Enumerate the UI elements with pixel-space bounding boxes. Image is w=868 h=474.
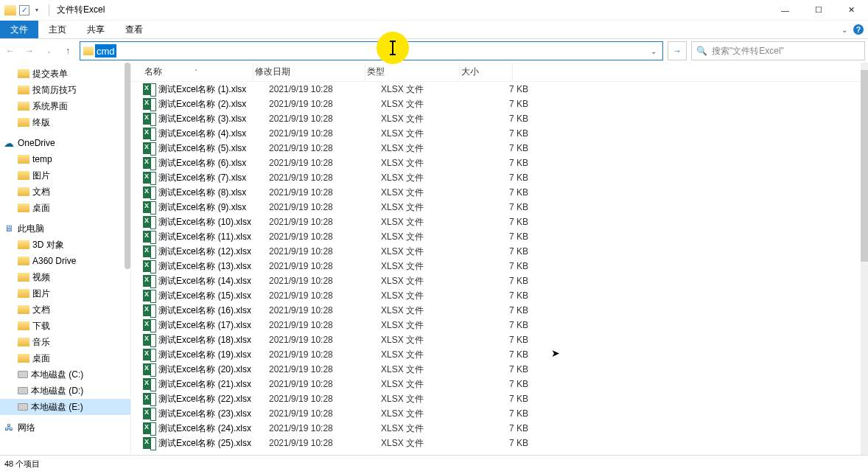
file-row[interactable]: 测试Excel名称 (9).xlsx2021/9/19 10:28XLSX 文件…: [131, 200, 868, 215]
file-row[interactable]: 测试Excel名称 (12).xlsx2021/9/19 10:28XLSX 文…: [131, 244, 868, 259]
file-row[interactable]: 测试Excel名称 (16).xlsx2021/9/19 10:28XLSX 文…: [131, 303, 868, 318]
column-date[interactable]: 修改日期: [253, 63, 365, 81]
go-button[interactable]: →: [668, 41, 687, 60]
sidebar-item[interactable]: 本地磁盘 (E:): [0, 399, 130, 415]
ribbon-collapse-icon[interactable]: ⌄: [837, 26, 852, 34]
file-name: 测试Excel名称 (18).xlsx: [158, 334, 269, 346]
file-row[interactable]: 测试Excel名称 (15).xlsx2021/9/19 10:28XLSX 文…: [131, 288, 868, 303]
file-row[interactable]: 测试Excel名称 (23).xlsx2021/9/19 10:28XLSX 文…: [131, 406, 868, 421]
pc-icon: 🖥: [3, 223, 15, 234]
sidebar-item[interactable]: 提交表单: [0, 66, 130, 82]
sidebar-item[interactable]: 3D 对象: [0, 237, 130, 253]
sidebar-item[interactable]: A360 Drive: [0, 253, 130, 269]
file-row[interactable]: 测试Excel名称 (3).xlsx2021/9/19 10:28XLSX 文件…: [131, 111, 868, 126]
file-size: 7 KB: [475, 349, 528, 360]
file-size: 7 KB: [475, 217, 528, 227]
history-dropdown-icon[interactable]: ⌄: [41, 43, 56, 58]
excel-file-icon: [143, 128, 155, 139]
sidebar-item[interactable]: 文档: [0, 302, 130, 318]
ribbon-tab-share[interactable]: 共享: [77, 21, 115, 38]
file-row[interactable]: 测试Excel名称 (2).xlsx2021/9/19 10:28XLSX 文件…: [131, 97, 868, 111]
navigation-pane: 提交表单投简历技巧系统界面终版 ☁ OneDrive temp图片文档桌面 🖥 …: [0, 63, 131, 455]
file-row[interactable]: 测试Excel名称 (13).xlsx2021/9/19 10:28XLSX 文…: [131, 259, 868, 273]
sidebar-item[interactable]: 音乐: [0, 334, 130, 350]
sidebar-scrollbar[interactable]: [125, 63, 130, 269]
column-size[interactable]: 大小: [460, 63, 513, 81]
ribbon-tab-view[interactable]: 查看: [115, 21, 153, 38]
file-scrollbar-track[interactable]: [861, 63, 868, 455]
file-row[interactable]: 测试Excel名称 (6).xlsx2021/9/19 10:28XLSX 文件…: [131, 156, 868, 170]
address-text[interactable]: cmd: [95, 44, 116, 57]
minimize-button[interactable]: —: [769, 0, 802, 21]
file-row[interactable]: 测试Excel名称 (24).xlsx2021/9/19 10:28XLSX 文…: [131, 421, 868, 436]
sidebar-label: 网络: [18, 422, 35, 434]
file-row[interactable]: 测试Excel名称 (22).xlsx2021/9/19 10:28XLSX 文…: [131, 391, 868, 406]
content: 提交表单投简历技巧系统界面终版 ☁ OneDrive temp图片文档桌面 🖥 …: [0, 63, 868, 455]
sidebar-item-network[interactable]: 🖧 网络: [0, 419, 130, 436]
file-row[interactable]: 测试Excel名称 (7).xlsx2021/9/19 10:28XLSX 文件…: [131, 170, 868, 185]
address-dropdown-icon[interactable]: ⌄: [646, 47, 661, 55]
file-row[interactable]: 测试Excel名称 (20).xlsx2021/9/19 10:28XLSX 文…: [131, 362, 868, 377]
file-scrollbar-thumb[interactable]: [861, 70, 868, 262]
address-input[interactable]: cmd ⌄: [80, 41, 663, 60]
forward-button[interactable]: →: [22, 43, 37, 58]
file-row[interactable]: 测试Excel名称 (8).xlsx2021/9/19 10:28XLSX 文件…: [131, 185, 868, 200]
maximize-button[interactable]: ☐: [802, 0, 835, 21]
window-controls: — ☐ ✕: [769, 0, 868, 21]
sidebar-item[interactable]: 图片: [0, 285, 130, 302]
file-row[interactable]: 测试Excel名称 (5).xlsx2021/9/19 10:28XLSX 文件…: [131, 141, 868, 156]
column-name[interactable]: 名称˄: [143, 63, 253, 81]
folder-icon: [18, 155, 29, 164]
sidebar-item-thispc[interactable]: 🖥 此电脑: [0, 220, 130, 237]
ribbon-tab-home[interactable]: 主页: [38, 21, 77, 38]
file-row[interactable]: 测试Excel名称 (1).xlsx2021/9/19 10:28XLSX 文件…: [131, 82, 868, 97]
file-row[interactable]: 测试Excel名称 (17).xlsx2021/9/19 10:28XLSX 文…: [131, 318, 868, 332]
file-date: 2021/9/19 10:28: [269, 438, 381, 448]
up-button[interactable]: ↑: [60, 43, 75, 58]
text-caret-icon: [392, 41, 393, 55]
sidebar-label: 图片: [32, 170, 50, 182]
sidebar-item-onedrive[interactable]: ☁ OneDrive: [0, 135, 130, 151]
file-size: 7 KB: [475, 261, 528, 271]
sidebar-item[interactable]: 本地磁盘 (D:): [0, 383, 130, 399]
file-row[interactable]: 测试Excel名称 (11).xlsx2021/9/19 10:28XLSX 文…: [131, 229, 868, 244]
file-name: 测试Excel名称 (19).xlsx: [158, 349, 269, 361]
column-type[interactable]: 类型: [365, 63, 460, 81]
file-row[interactable]: 测试Excel名称 (25).xlsx2021/9/19 10:28XLSX 文…: [131, 436, 868, 450]
sidebar-item[interactable]: 下载: [0, 318, 130, 334]
close-button[interactable]: ✕: [835, 0, 868, 21]
search-input[interactable]: 🔍 搜索"文件转Excel": [691, 41, 865, 60]
help-icon[interactable]: ?: [853, 24, 864, 35]
titlebar-left: ✓ ▾ 文件转Excel: [4, 4, 769, 16]
select-mode-icon[interactable]: ✓: [19, 5, 29, 15]
sidebar-item[interactable]: 文档: [0, 184, 130, 200]
sidebar-item[interactable]: 图片: [0, 167, 130, 184]
file-date: 2021/9/19 10:28: [269, 379, 381, 389]
sidebar-item[interactable]: 桌面: [0, 350, 130, 366]
back-button[interactable]: ←: [3, 43, 18, 58]
sort-asc-icon: ˄: [195, 69, 197, 75]
excel-file-icon: [143, 408, 155, 419]
sidebar-item[interactable]: 桌面: [0, 200, 130, 216]
sidebar-label: 音乐: [32, 336, 50, 349]
file-size: 7 KB: [475, 202, 528, 212]
sidebar-item[interactable]: 终版: [0, 114, 130, 130]
file-row[interactable]: 测试Excel名称 (4).xlsx2021/9/19 10:28XLSX 文件…: [131, 126, 868, 141]
sidebar-item[interactable]: 本地磁盘 (C:): [0, 366, 130, 383]
file-date: 2021/9/19 10:28: [269, 84, 381, 94]
sidebar-item[interactable]: 视频: [0, 269, 130, 285]
ribbon-tab-file[interactable]: 文件: [0, 21, 38, 38]
folder-icon: [18, 203, 29, 212]
file-row[interactable]: 测试Excel名称 (21).xlsx2021/9/19 10:28XLSX 文…: [131, 377, 868, 391]
qat-dropdown-icon[interactable]: ▾: [32, 7, 41, 13]
sidebar-item[interactable]: 系统界面: [0, 98, 130, 114]
file-size: 7 KB: [475, 84, 528, 94]
excel-file-icon: [143, 216, 155, 228]
sidebar-item[interactable]: temp: [0, 151, 130, 167]
file-row[interactable]: 测试Excel名称 (10).xlsx2021/9/19 10:28XLSX 文…: [131, 215, 868, 229]
sidebar-item[interactable]: 投简历技巧: [0, 82, 130, 98]
sidebar-label: temp: [32, 154, 52, 164]
file-row[interactable]: 测试Excel名称 (18).xlsx2021/9/19 10:28XLSX 文…: [131, 332, 868, 347]
file-row[interactable]: 测试Excel名称 (19).xlsx2021/9/19 10:28XLSX 文…: [131, 347, 868, 362]
file-row[interactable]: 测试Excel名称 (14).xlsx2021/9/19 10:28XLSX 文…: [131, 273, 868, 288]
